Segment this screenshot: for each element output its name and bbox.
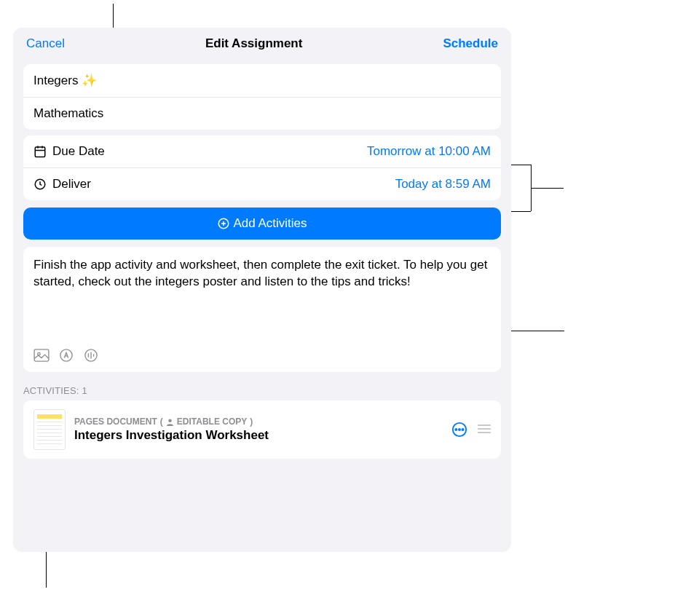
- svg-point-14: [455, 429, 457, 430]
- activity-actions: [451, 422, 491, 438]
- svg-point-15: [459, 429, 460, 430]
- calendar-icon: [33, 145, 47, 158]
- header-bar: Cancel Edit Assignment Schedule: [13, 28, 511, 58]
- title-subject-card: Integers ✨ Mathematics: [23, 64, 501, 130]
- svg-point-12: [168, 419, 172, 422]
- add-activities-button[interactable]: Add Activities: [23, 208, 501, 240]
- svg-rect-8: [34, 350, 49, 361]
- schedule-card: Due Date Tomorrow at 10:00 AM Deliver To…: [23, 135, 501, 200]
- deliver-label: Deliver: [52, 177, 91, 191]
- activity-thumbnail: [33, 409, 66, 450]
- activity-item[interactable]: PAGES DOCUMENT ( EDITABLE COPY ) Integer…: [23, 400, 501, 459]
- svg-rect-0: [35, 147, 45, 157]
- assignment-title-input[interactable]: Integers ✨: [33, 73, 491, 88]
- clock-icon: [33, 178, 47, 191]
- instructions-textarea[interactable]: Finish the app activity and worksheet, t…: [33, 257, 491, 291]
- schedule-button[interactable]: Schedule: [443, 36, 498, 51]
- activity-meta: PAGES DOCUMENT ( EDITABLE COPY ): [74, 416, 443, 427]
- instructions-card: Finish the app activity and worksheet, t…: [23, 247, 501, 372]
- person-icon: [166, 418, 174, 426]
- activity-type-label: PAGES DOCUMENT: [74, 416, 157, 427]
- instructions-toolbar: [33, 349, 491, 362]
- plus-circle-icon: [217, 217, 230, 230]
- activity-title: Integers Investigation Worksheet: [74, 428, 443, 443]
- add-activities-label: Add Activities: [233, 216, 307, 231]
- cancel-button[interactable]: Cancel: [26, 36, 65, 51]
- subject-input[interactable]: Mathematics: [33, 106, 491, 121]
- image-icon[interactable]: [33, 349, 50, 362]
- font-style-icon[interactable]: [58, 349, 74, 362]
- due-date-value[interactable]: Tomorrow at 10:00 AM: [367, 144, 491, 159]
- activity-copy-type: EDITABLE COPY: [177, 416, 247, 427]
- callout-line-dates: [509, 211, 531, 212]
- callout-line-dates: [531, 188, 564, 189]
- edit-assignment-panel: Cancel Edit Assignment Schedule Integers…: [13, 28, 511, 552]
- svg-point-16: [462, 429, 463, 430]
- activities-section-label: ACTIVITIES: 1: [23, 385, 501, 396]
- callout-line-dates: [509, 165, 531, 165]
- svg-point-10: [60, 350, 72, 361]
- more-options-icon[interactable]: [451, 422, 467, 438]
- due-date-label: Due Date: [52, 144, 105, 159]
- assignment-title-row[interactable]: Integers ✨: [23, 64, 501, 98]
- deliver-value[interactable]: Today at 8:59 AM: [395, 177, 491, 191]
- activity-info: PAGES DOCUMENT ( EDITABLE COPY ) Integer…: [74, 416, 443, 443]
- drag-handle-icon[interactable]: [478, 425, 491, 435]
- page-title: Edit Assignment: [205, 36, 303, 51]
- audio-icon[interactable]: [83, 349, 99, 362]
- subject-row[interactable]: Mathematics: [23, 98, 501, 130]
- deliver-row[interactable]: Deliver Today at 8:59 AM: [23, 168, 501, 200]
- due-date-row[interactable]: Due Date Tomorrow at 10:00 AM: [23, 135, 501, 168]
